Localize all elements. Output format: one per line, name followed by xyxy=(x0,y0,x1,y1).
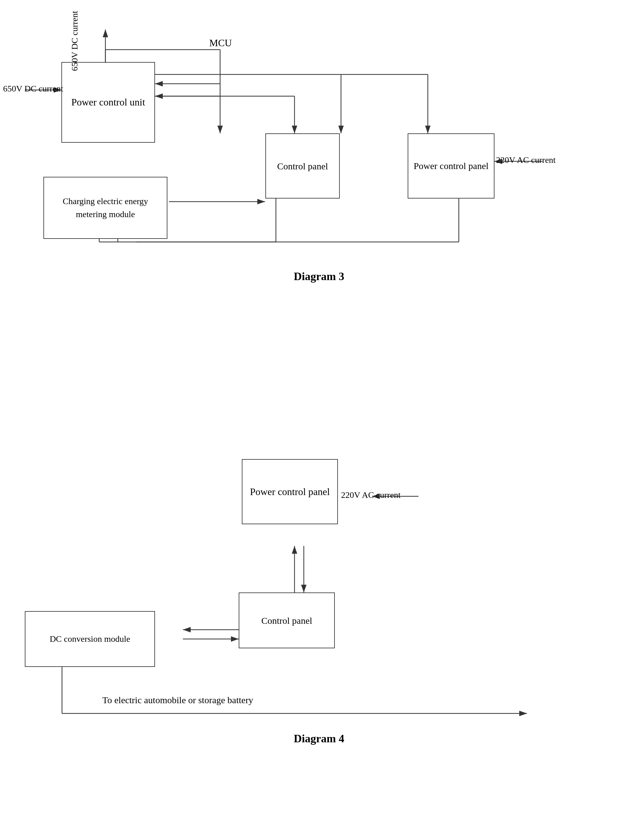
diagram3-label: Diagram 3 xyxy=(294,270,344,283)
power-control-unit-label: Power control unit xyxy=(71,96,145,109)
dc-current-left-label: 650V DC current xyxy=(3,84,63,94)
control-panel-box-d3: Control panel xyxy=(265,133,340,199)
power-control-panel-label-d4: Power control panel xyxy=(250,485,330,499)
ac-current-right-label-d3: 220V AC current xyxy=(496,155,556,165)
charging-module-label: Charging electric energy metering module xyxy=(47,195,164,221)
power-control-panel-box-d4: Power control panel xyxy=(242,459,338,524)
diagram-3: Power control unit Control panel Power c… xyxy=(0,0,638,403)
mcu-label: MCU xyxy=(209,37,232,49)
diagram4-label: Diagram 4 xyxy=(294,732,344,745)
diagram-4: Power control panel Control panel DC con… xyxy=(0,428,638,831)
ac-current-right-label-d4: 220V AC current xyxy=(341,490,401,500)
dc-conversion-label: DC conversion module xyxy=(50,633,130,645)
power-control-unit-box: Power control unit xyxy=(62,62,155,143)
dc-conversion-box: DC conversion module xyxy=(25,611,155,667)
control-panel-label-d4: Control panel xyxy=(261,614,312,626)
control-panel-label-d3: Control panel xyxy=(277,160,328,172)
to-automobile-label: To electric automobile or storage batter… xyxy=(102,695,253,706)
power-control-panel-label-d3: Power control panel xyxy=(414,160,489,172)
charging-module-box: Charging electric energy metering module xyxy=(43,177,167,239)
power-control-panel-box-d3: Power control panel xyxy=(407,133,494,199)
control-panel-box-d4: Control panel xyxy=(239,592,335,648)
